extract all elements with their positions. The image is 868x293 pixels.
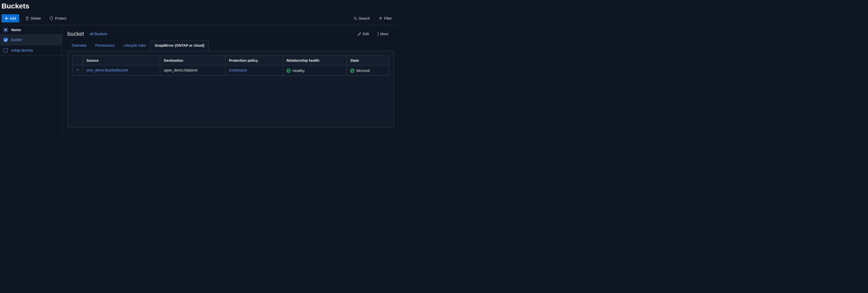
add-button[interactable]: Add [2,14,19,23]
row-checkbox[interactable] [4,38,8,42]
list-header-label: Name [11,28,21,32]
check-circle-icon [286,69,290,73]
delete-button[interactable]: Delete [23,15,43,22]
chevron-down-icon [76,68,79,71]
search-button-label: Search [359,16,370,21]
detail-header: bucket All Buckets Edit More [67,29,394,39]
bucket-name-link[interactable]: bucket [11,38,22,42]
breadcrumb-link[interactable]: All Buckets [90,32,107,36]
shield-icon [50,16,53,21]
protect-button[interactable]: Protect [47,15,69,22]
table-header-row: Source Destination Protection policy Rel… [72,56,389,65]
bucket-name-link[interactable]: ontap-dummy [11,48,33,52]
header-actions: Edit More [355,30,394,37]
cell-policy: Continuous [225,65,283,76]
column-policy[interactable]: Protection policy [225,56,283,65]
tab-panel: Source Destination Protection policy Rel… [67,51,394,127]
cell-destination: sgws_demo:/objstore [160,65,225,76]
health-text: Healthy [293,69,305,73]
column-source[interactable]: Source [83,56,160,65]
svg-point-1 [378,32,379,33]
detail-title: bucket [67,31,84,37]
toolbar: Add Delete Protect Search Filter [0,13,397,25]
select-all-checkbox[interactable] [4,28,8,32]
delete-button-label: Delete [31,16,41,21]
svg-point-2 [378,34,379,34]
tab-overview[interactable]: Overview [67,40,91,51]
cell-source: svm_demo:/bucket/bucket [83,65,160,76]
trash-icon [25,16,29,21]
tab-snapmirror[interactable]: SnapMirror (ONTAP or cloud) [150,40,209,51]
source-link[interactable]: svm_demo:/bucket/bucket [87,68,128,72]
cell-state: Mirrored [346,65,389,76]
plus-icon [5,17,8,20]
policy-link[interactable]: Continuous [229,68,247,72]
row-checkbox[interactable] [4,48,8,52]
kebab-icon [378,32,379,36]
filter-icon [379,17,382,21]
filter-button[interactable]: Filter [376,15,395,22]
protect-button-label: Protect [55,16,66,21]
edit-button[interactable]: Edit [355,30,371,37]
column-destination[interactable]: Destination [160,56,225,65]
add-button-label: Add [10,16,16,21]
edit-button-label: Edit [363,32,369,36]
main: Name bucket ontap-dummy bucket All Bucke… [0,25,397,135]
relationships-table: Source Destination Protection policy Rel… [72,56,389,76]
row-expander[interactable] [72,65,83,76]
table-row[interactable]: svm_demo:/bucket/bucket sgws_demo:/objst… [72,65,389,76]
svg-point-0 [354,17,356,20]
sidebar-item[interactable]: bucket [0,35,62,45]
cell-health: Healthy [283,65,346,76]
svg-point-3 [378,35,379,36]
page-title: Buckets [0,0,397,13]
more-button[interactable]: More [375,30,391,37]
filter-button-label: Filter [384,16,392,21]
search-button[interactable]: Search [351,15,373,22]
more-button-label: More [380,32,388,36]
column-expand [72,56,83,65]
list-header: Name [0,25,62,35]
pencil-icon [358,32,361,36]
tab-lifecycle-rules[interactable]: Lifecycle rules [119,40,151,51]
column-health[interactable]: Relationship health [283,56,346,65]
sidebar-item[interactable]: ontap-dummy [0,45,62,56]
sidebar: Name bucket ontap-dummy [0,25,62,135]
tab-permissions[interactable]: Permissions [91,40,119,51]
column-state[interactable]: State [346,56,389,65]
tabs: Overview Permissions Lifecycle rules Sna… [67,40,394,51]
content-panel: bucket All Buckets Edit More Overview [62,25,397,135]
state-text: Mirrored [356,69,370,73]
search-icon [353,17,357,21]
check-circle-icon [350,69,354,73]
